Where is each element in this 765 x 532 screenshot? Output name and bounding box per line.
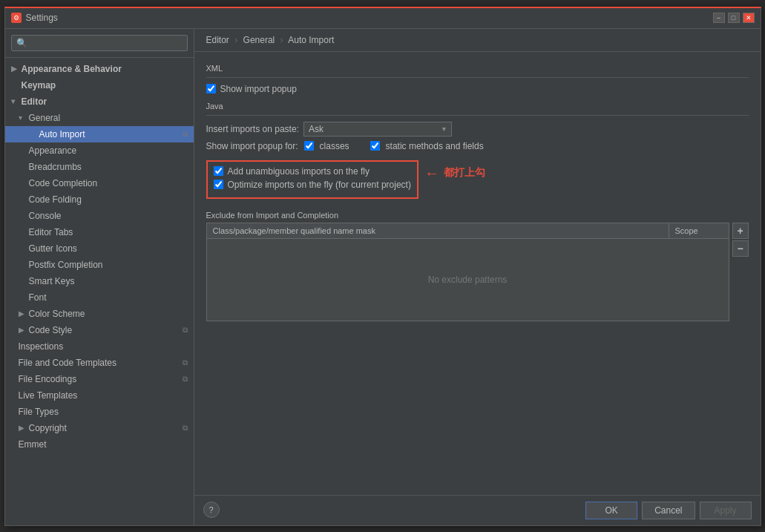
sidebar-item-label: File Encodings (19, 374, 77, 384)
sidebar-item-label: Color Scheme (29, 309, 85, 319)
sidebar: ▶ Appearance & Behavior Keymap ▾ Editor … (5, 29, 194, 525)
sidebar-item-label: Code Style (29, 325, 73, 335)
minimize-button[interactable]: − (713, 13, 725, 23)
sidebar-item-smart-keys[interactable]: Smart Keys (5, 273, 194, 289)
sidebar-item-label: Breadcrumbs (29, 162, 82, 172)
static-methods-label: static methods and fields (386, 141, 484, 151)
sidebar-item-label: Inspections (19, 341, 64, 352)
sidebar-item-keymap[interactable]: Keymap (5, 77, 194, 93)
static-methods-checkbox[interactable] (370, 141, 380, 151)
sidebar-item-console[interactable]: Console (5, 208, 194, 224)
annotation-text: 都打上勾 (444, 166, 485, 180)
sidebar-item-gutter-icons[interactable]: Gutter Icons (5, 240, 194, 257)
add-exclude-button[interactable]: + (732, 223, 749, 239)
xml-show-import-checkbox[interactable] (206, 84, 216, 93)
breadcrumb-sep1: › (234, 35, 237, 45)
sidebar-item-label: Editor Tabs (29, 227, 73, 237)
classes-label: classes (320, 141, 349, 151)
panel-content: XML Show import popup Java Insert import… (194, 52, 761, 495)
sidebar-item-inspections[interactable]: Inspections (5, 338, 194, 355)
sidebar-item-file-types[interactable]: File Types (5, 404, 194, 420)
sidebar-item-label: Font (29, 292, 47, 303)
breadcrumb-part2: General (243, 35, 275, 45)
cancel-button[interactable]: Cancel (642, 502, 695, 519)
breadcrumb: Editor › General › Auto Import (194, 29, 761, 52)
java-divider (206, 115, 749, 116)
sidebar-item-code-folding[interactable]: Code Folding (5, 191, 194, 208)
optimize-imports-row: Optimize imports on the fly (for current… (214, 180, 411, 190)
sidebar-item-label: Keymap (22, 80, 56, 91)
exclude-table-container: Class/package/member qualified name mask… (206, 223, 749, 321)
sidebar-item-file-code-templates[interactable]: File and Code Templates ⧉ (5, 355, 194, 371)
window-controls: − □ ✕ (713, 13, 755, 23)
arrow-icon: ▾ (19, 114, 26, 122)
annotation-group: ← 都打上勾 (424, 165, 485, 182)
main-panel: Editor › General › Auto Import XML Show … (194, 29, 761, 525)
sidebar-item-label: Appearance (29, 145, 77, 156)
sidebar-item-editor-tabs[interactable]: Editor Tabs (5, 224, 194, 240)
sidebar-item-code-completion[interactable]: Code Completion (5, 175, 194, 191)
sidebar-item-general[interactable]: ▾ General (5, 110, 194, 126)
copy-icon: ⧉ (183, 358, 188, 367)
sidebar-item-label: Gutter Icons (29, 243, 77, 254)
insert-imports-dropdown-wrapper: Ask (303, 122, 452, 137)
add-unambiguous-checkbox[interactable] (214, 166, 223, 176)
sidebar-item-label: Copyright (29, 423, 67, 433)
breadcrumb-part3: Auto Import (288, 35, 334, 45)
apply-button[interactable]: Apply (700, 502, 752, 519)
sidebar-item-file-encodings[interactable]: File Encodings ⧉ (5, 371, 194, 387)
remove-exclude-button[interactable]: − (732, 240, 749, 257)
classes-checkbox[interactable] (304, 141, 314, 151)
sidebar-item-label: Auto Import (39, 129, 85, 139)
sidebar-item-color-scheme[interactable]: ▶ Color Scheme (5, 306, 194, 322)
sidebar-item-appearance[interactable]: Appearance (5, 142, 194, 159)
close-button[interactable]: ✕ (743, 13, 755, 23)
java-section: Java Insert imports on paste: Ask Sh (206, 102, 749, 321)
show-import-popup-label: Show import popup for: (206, 141, 298, 151)
content-area: ▶ Appearance & Behavior Keymap ▾ Editor … (5, 29, 761, 525)
sidebar-item-editor[interactable]: ▾ Editor (5, 93, 194, 110)
xml-show-import-row: Show import popup (206, 84, 749, 94)
add-unambiguous-label: Add unambiguous imports on the fly (228, 166, 370, 177)
sidebar-item-code-style[interactable]: ▶ Code Style ⧉ (5, 322, 194, 338)
exclude-section: Exclude from Import and Completion Class… (206, 211, 749, 321)
sidebar-item-label: File Types (19, 407, 59, 417)
breadcrumb-part1: Editor (206, 35, 229, 45)
sidebar-item-label: Console (29, 211, 62, 221)
search-input[interactable] (11, 35, 188, 51)
sidebar-item-postfix-completion[interactable]: Postfix Completion (5, 257, 194, 273)
window-icon: ⚙ (11, 13, 22, 23)
exclude-table: Class/package/member qualified name mask… (206, 223, 729, 321)
sidebar-item-live-templates[interactable]: Live Templates (5, 387, 194, 404)
sidebar-item-breadcrumbs[interactable]: Breadcrumbs (5, 159, 194, 175)
sidebar-item-auto-import[interactable]: Auto Import ⧉ (5, 126, 194, 142)
table-buttons: + − (729, 223, 749, 321)
insert-imports-row: Insert imports on paste: Ask (206, 122, 749, 137)
sidebar-item-label: Postfix Completion (29, 260, 103, 270)
table-col2-header: Scope (669, 223, 729, 238)
bottom-bar: ? OK Cancel Apply (194, 495, 761, 525)
add-unambiguous-row: Add unambiguous imports on the fly (214, 166, 411, 177)
sidebar-item-label: Emmet (19, 439, 47, 450)
window-title: Settings (26, 13, 713, 23)
copy-icon: ⧉ (183, 424, 188, 433)
breadcrumb-sep2: › (280, 35, 283, 45)
sidebar-item-copyright[interactable]: ▶ Copyright ⧉ (5, 420, 194, 436)
optimize-imports-label: Optimize imports on the fly (for current… (228, 180, 411, 190)
sidebar-item-font[interactable]: Font (5, 289, 194, 306)
copy-icon: ⧉ (183, 326, 188, 335)
sidebar-item-label: Code Completion (29, 178, 98, 188)
insert-imports-select[interactable]: Ask (303, 122, 452, 137)
copy-icon: ⧉ (183, 130, 188, 139)
sidebar-item-emmet[interactable]: Emmet (5, 436, 194, 453)
optimize-imports-checkbox[interactable] (214, 180, 223, 189)
table-col1-header: Class/package/member qualified name mask (207, 223, 669, 238)
sidebar-item-appearance-behavior[interactable]: ▶ Appearance & Behavior (5, 61, 194, 77)
tree-area: ▶ Appearance & Behavior Keymap ▾ Editor … (5, 58, 194, 525)
help-button[interactable]: ? (203, 502, 220, 518)
maximize-button[interactable]: □ (728, 13, 740, 23)
xml-section-label: XML (206, 64, 749, 73)
arrow-icon: ▶ (19, 309, 26, 318)
ok-button[interactable]: OK (585, 502, 637, 519)
table-body: No exclude patterns (207, 239, 729, 321)
